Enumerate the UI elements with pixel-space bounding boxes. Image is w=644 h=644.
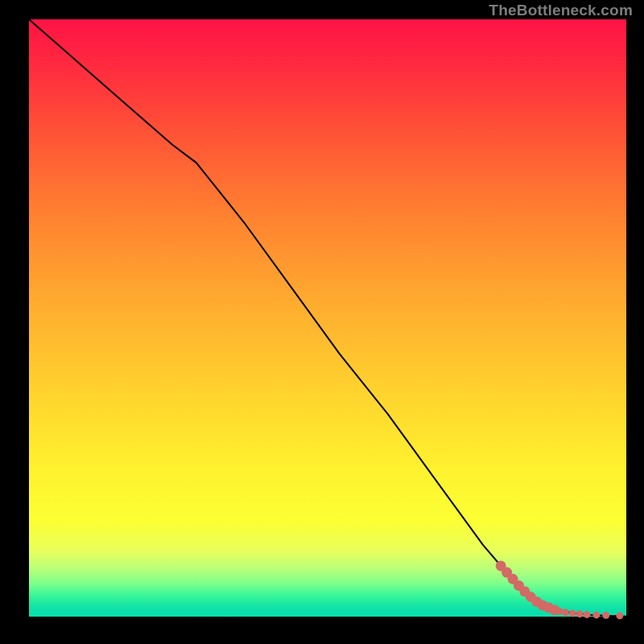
data-point (569, 609, 576, 617)
data-point (555, 608, 563, 615)
data-point (592, 611, 600, 618)
data-point (576, 610, 584, 617)
data-point (616, 612, 623, 619)
watermark-text: TheBottleneck.com (489, 2, 633, 19)
chart-frame: TheBottleneck.com (0, 0, 644, 644)
data-point (562, 609, 569, 616)
bottleneck-curve-path (29, 19, 626, 617)
data-point (602, 612, 609, 619)
chart-svg (29, 19, 626, 617)
plot-area (29, 19, 626, 617)
data-point (584, 611, 591, 618)
